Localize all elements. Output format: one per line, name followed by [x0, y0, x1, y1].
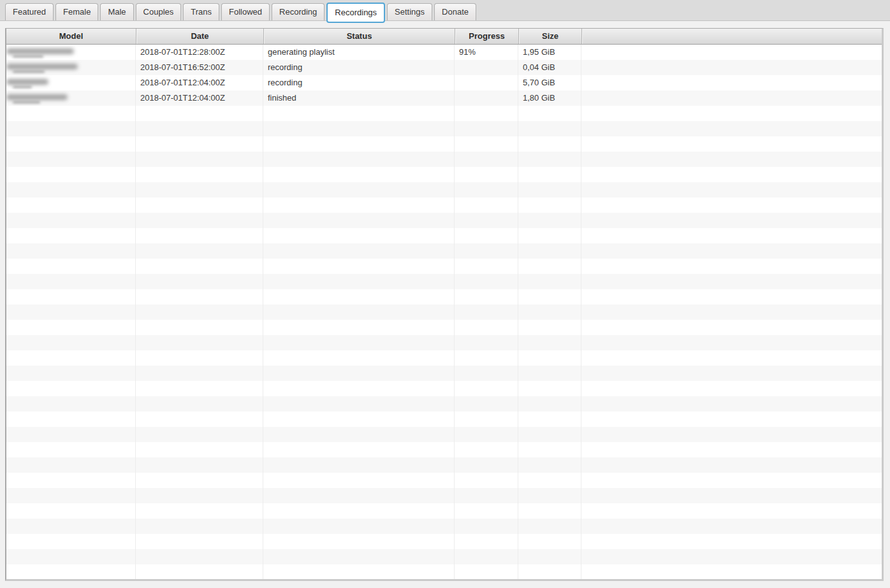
table-row-empty[interactable] — [6, 335, 882, 350]
cell-filler — [581, 228, 882, 243]
table-row-empty[interactable] — [6, 243, 882, 259]
cell-progress — [455, 152, 518, 167]
cell-model — [6, 305, 136, 320]
cell-progress — [455, 503, 518, 519]
table-row-empty[interactable] — [6, 473, 882, 488]
table-row-empty[interactable] — [6, 519, 882, 534]
table-row[interactable]: 2018-07-01T12:04:00Zfinished1,80 GiB — [6, 90, 882, 106]
cell-status: recording — [263, 75, 455, 90]
column-header-date[interactable]: Date — [136, 29, 263, 44]
table-row-empty[interactable] — [6, 274, 882, 289]
table-row-empty[interactable] — [6, 366, 882, 381]
cell-model — [6, 197, 136, 213]
cell-date — [136, 396, 263, 412]
cell-date — [136, 213, 263, 228]
table-row-empty[interactable] — [6, 121, 882, 136]
table-row-empty[interactable] — [6, 412, 882, 427]
cell-size: 1,80 GiB — [518, 90, 581, 106]
tab-featured[interactable]: Featured — [5, 3, 54, 20]
tab-male[interactable]: Male — [100, 3, 133, 20]
table-row-empty[interactable] — [6, 381, 882, 396]
cell-model — [6, 534, 136, 549]
cell-model — [6, 396, 136, 412]
cell-date: 2018-07-01T12:04:00Z — [136, 75, 263, 90]
cell-filler — [581, 412, 882, 427]
table-row-empty[interactable] — [6, 213, 882, 228]
table-row[interactable]: 2018-07-01T12:28:00Zgenerating playlist9… — [6, 45, 882, 60]
cell-status — [263, 427, 455, 442]
cell-model — [6, 366, 136, 381]
cell-date — [136, 473, 263, 488]
tab-couples[interactable]: Couples — [136, 3, 182, 20]
cell-model — [6, 457, 136, 473]
cell-date — [136, 564, 263, 580]
column-header-progress[interactable]: Progress — [455, 29, 518, 44]
tab-followed[interactable]: Followed — [221, 3, 270, 20]
table-row-empty[interactable] — [6, 197, 882, 213]
cell-status — [263, 136, 455, 152]
table-row-empty[interactable] — [6, 182, 882, 197]
cell-progress — [455, 442, 518, 457]
column-header-status[interactable]: Status — [263, 29, 455, 44]
table-row-empty[interactable] — [6, 152, 882, 167]
tab-donate[interactable]: Donate — [434, 3, 476, 20]
table-row-empty[interactable] — [6, 167, 882, 182]
table-row-empty[interactable] — [6, 564, 882, 580]
cell-size — [518, 243, 581, 259]
tab-female[interactable]: Female — [55, 3, 98, 20]
cell-size — [518, 106, 581, 121]
table-row[interactable]: 2018-07-01T16:52:00Zrecording0,04 GiB — [6, 60, 882, 75]
table-row-empty[interactable] — [6, 442, 882, 457]
table-row-empty[interactable] — [6, 457, 882, 473]
cell-filler — [581, 121, 882, 136]
table-row-empty[interactable] — [6, 427, 882, 442]
cell-model — [6, 45, 136, 60]
column-header-filler[interactable] — [581, 29, 882, 44]
cell-progress — [455, 197, 518, 213]
table-row-empty[interactable] — [6, 488, 882, 503]
table-row[interactable]: 2018-07-01T12:04:00Zrecording5,70 GiB — [6, 75, 882, 90]
cell-status — [263, 121, 455, 136]
column-header-size[interactable]: Size — [518, 29, 581, 44]
table-row-empty[interactable] — [6, 549, 882, 564]
tab-trans[interactable]: Trans — [183, 3, 219, 20]
redacted-model-smudge — [13, 101, 40, 103]
cell-date — [136, 305, 263, 320]
cell-size — [518, 396, 581, 412]
table-row-empty[interactable] — [6, 320, 882, 335]
table-row-empty[interactable] — [6, 259, 882, 274]
cell-status — [263, 457, 455, 473]
cell-filler — [581, 167, 882, 182]
cell-model — [6, 320, 136, 335]
column-header-model[interactable]: Model — [6, 29, 136, 44]
cell-filler — [581, 381, 882, 396]
cell-date — [136, 197, 263, 213]
table-row-empty[interactable] — [6, 136, 882, 152]
table-row-empty[interactable] — [6, 228, 882, 243]
cell-model — [6, 473, 136, 488]
table-row-empty[interactable] — [6, 534, 882, 549]
cell-size — [518, 228, 581, 243]
cell-status — [263, 197, 455, 213]
cell-date — [136, 136, 263, 152]
tab-settings[interactable]: Settings — [387, 3, 432, 20]
table-row-empty[interactable] — [6, 396, 882, 412]
table-row-empty[interactable] — [6, 106, 882, 121]
cell-filler — [581, 503, 882, 519]
table-row-empty[interactable] — [6, 503, 882, 519]
table-row-empty[interactable] — [6, 350, 882, 366]
tab-recordings[interactable]: Recordings — [326, 3, 385, 23]
table-row-empty[interactable] — [6, 289, 882, 305]
cell-filler — [581, 197, 882, 213]
cell-size — [518, 167, 581, 182]
cell-model — [6, 412, 136, 427]
cell-size — [518, 197, 581, 213]
table-row-empty[interactable] — [6, 305, 882, 320]
cell-status — [263, 488, 455, 503]
cell-size — [518, 488, 581, 503]
cell-status — [263, 228, 455, 243]
cell-size — [518, 519, 581, 534]
tab-recording[interactable]: Recording — [272, 3, 325, 20]
cell-filler — [581, 305, 882, 320]
cell-model — [6, 427, 136, 442]
